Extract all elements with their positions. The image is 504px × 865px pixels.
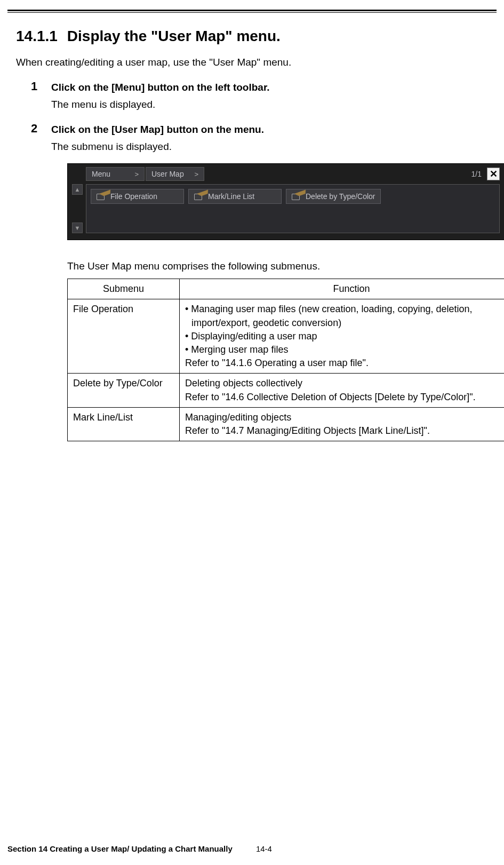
submenu-label: Mark/Line List xyxy=(208,192,254,201)
side-arrow-group: ▲ ▼ xyxy=(72,184,83,233)
edit-icon xyxy=(194,193,204,200)
footer-page-number: 14-4 xyxy=(256,844,272,853)
section-number: 14.1.1 xyxy=(16,28,58,44)
table-row: File Operation Managing user map files (… xyxy=(68,299,505,374)
scroll-down-button[interactable]: ▼ xyxy=(72,223,83,233)
embedded-screenshot: Menu > User Map > 1/1 ✕ xyxy=(67,163,504,240)
table-row: Mark Line/List Managing/editing objects … xyxy=(68,407,505,441)
function-item: Managing/editing objects xyxy=(185,411,504,424)
function-item: Deleting objects collectively xyxy=(185,377,504,390)
steps-list: 1 Click on the [Menu] button on the left… xyxy=(16,80,488,441)
step-item: 2 Click on the [User Map] button on the … xyxy=(31,122,488,441)
table-header-submenu: Submenu xyxy=(68,279,180,299)
table-row: Delete by Type/Color Deleting objects co… xyxy=(68,374,505,407)
screenshot-topbar-right: 1/1 ✕ xyxy=(471,168,500,180)
section-title: Display the "User Map" menu. xyxy=(67,28,281,44)
breadcrumb: Menu > User Map > xyxy=(86,167,204,181)
cell-submenu: Delete by Type/Color xyxy=(68,374,180,407)
screenshot-body: ▲ ▼ File Operation Mark/Line xyxy=(72,184,500,233)
step-item: 1 Click on the [Menu] button on the left… xyxy=(31,80,488,112)
function-item: Displaying/editing a user map xyxy=(185,330,504,343)
edit-icon xyxy=(292,193,301,200)
screenshot-topbar: Menu > User Map > 1/1 ✕ xyxy=(72,167,500,184)
close-icon: ✕ xyxy=(490,168,498,180)
function-list: Managing/editing objects Refer to "14.7 … xyxy=(185,411,504,438)
cell-function: Managing user map files (new creation, l… xyxy=(180,299,505,374)
submenu-panel: File Operation Mark/Line List Delete by … xyxy=(86,184,500,233)
function-item: Refer to "14.7 Managing/Editing Objects … xyxy=(185,424,504,438)
submenu-table: Submenu Function File Operation Managing… xyxy=(67,279,504,441)
table-intro: The User Map menu comprises the followin… xyxy=(67,260,488,272)
breadcrumb-menu[interactable]: Menu > xyxy=(86,167,145,181)
step-desc: The menu is displayed. xyxy=(51,97,488,112)
chevron-right-icon: > xyxy=(134,170,139,178)
function-item: Merging user map files xyxy=(185,343,504,356)
cell-submenu: Mark Line/List xyxy=(68,407,180,441)
cell-function: Managing/editing objects Refer to "14.7 … xyxy=(180,407,505,441)
submenu-label: File Operation xyxy=(110,192,157,201)
arrow-down-icon: ▼ xyxy=(75,225,81,231)
submenu-label: Delete by Type/Color xyxy=(306,192,375,201)
step-title: Click on the [User Map] button on the me… xyxy=(51,122,488,137)
cell-submenu: File Operation xyxy=(68,299,180,374)
table-header-function: Function xyxy=(180,279,505,299)
submenu-delete-by-type-color[interactable]: Delete by Type/Color xyxy=(286,189,381,204)
arrow-up-icon: ▲ xyxy=(75,186,81,193)
close-button[interactable]: ✕ xyxy=(487,168,500,180)
section-heading: 14.1.1Display the "User Map" menu. xyxy=(16,28,488,45)
page-content: 14.1.1Display the "User Map" menu. When … xyxy=(0,13,504,441)
page-footer: Section 14 Creating a User Map/ Updating… xyxy=(7,844,272,853)
function-list: Managing user map files (new creation, l… xyxy=(185,303,504,370)
footer-section-title: Section 14 Creating a User Map/ Updating… xyxy=(7,844,233,853)
cell-function: Deleting objects collectively Refer to "… xyxy=(180,374,505,407)
scroll-up-button[interactable]: ▲ xyxy=(72,184,83,195)
table-body: File Operation Managing user map files (… xyxy=(68,299,505,441)
submenu-mark-line-list[interactable]: Mark/Line List xyxy=(188,189,282,204)
function-item: Refer to "14.1.6 Operating a user map fi… xyxy=(185,356,504,370)
step-title: Click on the [Menu] button on the left t… xyxy=(51,80,488,95)
submenu-file-operation[interactable]: File Operation xyxy=(91,189,184,204)
function-item: Managing user map files (new creation, l… xyxy=(185,303,504,329)
step-number: 2 xyxy=(31,122,37,136)
step-number: 1 xyxy=(31,80,37,93)
chevron-right-icon: > xyxy=(194,170,198,178)
function-item: Refer to "14.6 Collective Deletion of Ob… xyxy=(185,391,504,404)
step-desc: The submenu is displayed. xyxy=(51,139,488,154)
edit-icon xyxy=(97,193,106,200)
breadcrumb-label: Menu xyxy=(92,170,110,178)
breadcrumb-label: User Map xyxy=(151,170,184,178)
function-list: Deleting objects collectively Refer to "… xyxy=(185,377,504,403)
page-indicator: 1/1 xyxy=(471,170,482,178)
intro-paragraph: When creating/editing a user map, use th… xyxy=(16,57,488,68)
breadcrumb-usermap[interactable]: User Map > xyxy=(146,167,204,181)
